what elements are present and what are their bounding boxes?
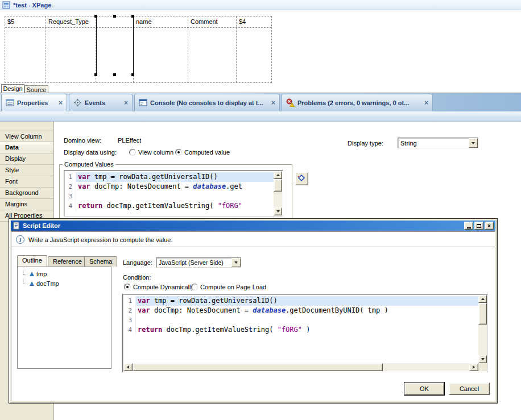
code-line: 3: [123, 315, 478, 325]
compute-on-page-load-radio[interactable]: [191, 284, 198, 290]
view-column-cell[interactable]: $5: [5, 16, 46, 82]
code-text: [76, 192, 274, 201]
ok-button-label: OK: [420, 385, 429, 392]
tab-close-icon[interactable]: ×: [424, 99, 428, 107]
close-button[interactable]: ×: [485, 222, 494, 230]
tab-close-icon[interactable]: ×: [59, 99, 63, 107]
display-type-select[interactable]: String: [398, 138, 478, 148]
tab-outline[interactable]: Outline: [17, 255, 47, 267]
horizontal-scrollbar[interactable]: [123, 363, 478, 371]
selection-handle[interactable]: [113, 15, 116, 18]
line-number: 4: [65, 201, 76, 211]
sidebar-item-background[interactable]: Background: [0, 188, 53, 199]
sidebar-item-display[interactable]: Display: [0, 153, 53, 165]
maximize-button[interactable]: [474, 222, 483, 230]
scrollbar-down-button[interactable]: [274, 207, 282, 215]
computed-value-radio-label[interactable]: Computed value: [184, 149, 230, 156]
close-icon: ×: [487, 223, 491, 229]
view-column-cell[interactable]: name: [134, 16, 188, 82]
code-text: var tmp = rowData.getUniversalID(): [76, 172, 274, 182]
view-column-cell-selected[interactable]: [96, 16, 134, 82]
vertical-scrollbar[interactable]: [478, 295, 487, 363]
view-column-radio-label[interactable]: View column: [138, 149, 173, 156]
tab-label: Events: [85, 99, 120, 106]
dropdown-button[interactable]: [231, 258, 241, 267]
view-column-radio[interactable]: [129, 149, 136, 156]
view-column-cell[interactable]: Request_Type: [46, 16, 96, 82]
variable-icon: [30, 281, 34, 286]
language-select[interactable]: JavaScript (Server Side): [156, 257, 241, 268]
scrollbar-down-button[interactable]: [478, 355, 487, 363]
cancel-button[interactable]: Cancel: [449, 382, 490, 395]
design-canvas[interactable]: $5 Request_Type name Comment $4: [0, 10, 521, 84]
editor-title-bar[interactable]: *test - XPage: [0, 0, 521, 10]
vertical-scrollbar[interactable]: [274, 171, 282, 215]
script-editor-code[interactable]: 1 var tmp = rowData.getUniversalID() 2 v…: [122, 294, 488, 372]
sidebar-item-data[interactable]: Data: [0, 142, 53, 153]
xpage-icon: [2, 1, 10, 10]
compute-dynamically-label[interactable]: Compute Dynamically: [133, 284, 194, 290]
tab-source[interactable]: Source: [24, 85, 48, 93]
arrow-up-icon: [276, 174, 280, 176]
view-column-cell[interactable]: Comment: [188, 16, 237, 82]
sidebar-item-view-column[interactable]: View Column: [0, 131, 53, 142]
info-icon: [16, 235, 24, 244]
computed-values-editor[interactable]: 1 var tmp = rowData.getUniversalID() 2 v…: [64, 170, 283, 217]
code-line: 4 return docTmp.getItemValueString( "fOR…: [123, 325, 478, 335]
outline-item-label: tmp: [36, 271, 47, 277]
scrollbar-thumb[interactable]: [133, 363, 383, 371]
line-number: 2: [123, 306, 136, 315]
code-line: 2 var docTmp: NotesDocument = database.g…: [123, 306, 478, 315]
compute-dynamically-radio[interactable]: [124, 284, 131, 290]
scrollbar-corner: [478, 363, 487, 371]
tab-reference[interactable]: Reference: [48, 256, 87, 267]
code-line: 4 return docTmp.getItemValueString( "fOR…: [65, 201, 274, 211]
tab-schema[interactable]: Schema: [84, 256, 117, 267]
selection-border: [133, 16, 134, 74]
sidebar-item-style[interactable]: Style: [0, 165, 53, 176]
code-text: return docTmp.getItemValueString( "fORG": [76, 201, 274, 211]
minimize-button[interactable]: [464, 222, 473, 230]
tab-properties[interactable]: Properties ×: [1, 94, 67, 111]
selection-handle[interactable]: [131, 15, 134, 18]
column-label: Request_Type: [48, 18, 89, 25]
column-label: $4: [239, 18, 246, 25]
tab-console[interactable]: Console (No consoles to display at t... …: [134, 94, 280, 111]
selection-handle[interactable]: [113, 73, 116, 76]
arrow-down-icon: [276, 210, 280, 213]
compute-on-page-load-label[interactable]: Compute on Page Load: [200, 284, 266, 290]
xpage-view-table: $5 Request_Type name Comment $4: [5, 16, 272, 83]
selection-handle[interactable]: [131, 73, 134, 76]
view-column-cell[interactable]: $4: [237, 16, 272, 82]
outline-item-doctmp[interactable]: docTmp: [23, 280, 59, 287]
selection-handle[interactable]: [94, 15, 97, 18]
script-editor-dialog: Script Editor × Write a JavaScript expre…: [9, 218, 498, 404]
tab-design[interactable]: Design: [1, 84, 24, 93]
scrollbar-thumb[interactable]: [274, 179, 282, 192]
outline-tree[interactable]: tmp docTmp: [17, 267, 111, 369]
open-script-editor-button[interactable]: [295, 172, 308, 185]
tab-close-icon[interactable]: ×: [271, 99, 275, 107]
scrollbar-right-button[interactable]: [469, 363, 478, 371]
ok-button[interactable]: OK: [404, 382, 444, 395]
line-number: 1: [123, 296, 136, 306]
sidebar-item-margins[interactable]: Margins: [0, 199, 53, 210]
line-number: 4: [123, 325, 136, 335]
computed-value-radio[interactable]: [175, 149, 182, 156]
selection-handle[interactable]: [94, 73, 97, 76]
scrollbar-left-button[interactable]: [123, 363, 133, 371]
dropdown-button[interactable]: [469, 138, 478, 148]
scrollbar-up-button[interactable]: [478, 295, 487, 303]
scrollbar-thumb[interactable]: [478, 303, 487, 325]
dialog-titlebar[interactable]: Script Editor ×: [11, 221, 495, 231]
sidebar-item-font[interactable]: Font: [0, 176, 53, 188]
outline-item-tmp[interactable]: tmp: [23, 271, 47, 277]
scrollbar-up-button[interactable]: [274, 171, 282, 179]
chevron-down-icon: [472, 142, 475, 144]
tab-events[interactable]: Events ×: [69, 94, 133, 111]
tab-label: Properties: [17, 99, 55, 106]
tab-close-icon[interactable]: ×: [124, 99, 128, 107]
display-data-using-label: Display data using:: [64, 149, 117, 156]
minimize-icon: [467, 227, 471, 228]
tab-problems[interactable]: Problems (2 errors, 0 warnings, 0 ot... …: [282, 94, 433, 111]
